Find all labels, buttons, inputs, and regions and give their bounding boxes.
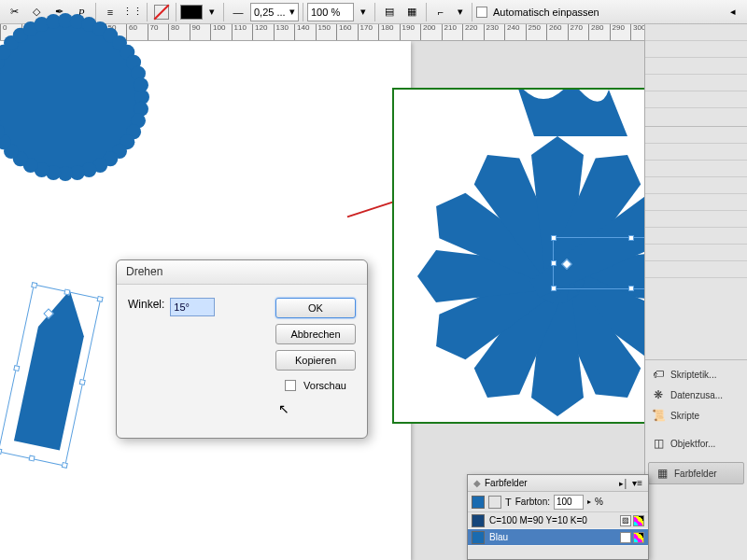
scalloped-circle-shape	[0, 4, 159, 190]
process-badge-icon: ▨	[620, 532, 631, 543]
petal-shape[interactable]	[9, 284, 93, 470]
tint-stepper-icon[interactable]: ▸	[587, 497, 591, 506]
tint-label: Farbton:	[515, 497, 550, 507]
cancel-button[interactable]: Abbrechen	[275, 324, 356, 344]
text-align-center-icon[interactable]: ▦	[402, 2, 422, 22]
object-icon: ◫	[651, 436, 666, 451]
corner-options-icon[interactable]: ⌐	[430, 2, 451, 22]
zoom-field[interactable]: 100 %	[307, 3, 354, 21]
swatches-panel: ◆ Farbfelder ▸│ ▾≡ T Farbton: 100 ▸ % C=…	[467, 474, 649, 560]
panel-item-data-merge[interactable]: ❋ Datenzusa...	[645, 385, 747, 405]
panel-menu-icon[interactable]: ◂	[723, 2, 743, 22]
panel-list: 🏷 Skriptetik... ❋ Datenzusa... 📜 Skripte…	[645, 360, 747, 489]
tint-input[interactable]: 100	[554, 495, 584, 510]
copy-button[interactable]: Kopieren	[275, 350, 356, 371]
zoom-value: 100 %	[311, 7, 340, 18]
dialog-title: Drehen	[117, 260, 367, 285]
center-anchor-icon	[561, 259, 571, 269]
swatch-row-selected[interactable]: Blau ▨	[468, 529, 648, 546]
angle-input[interactable]: 15°	[170, 298, 215, 316]
swatch-chip	[472, 531, 485, 544]
type-icon[interactable]: T	[505, 497, 512, 508]
stroke-style-icon[interactable]: —	[228, 2, 248, 22]
cmyk-badge-icon	[633, 515, 644, 526]
grid-icon: ▦	[655, 466, 669, 481]
angle-value: 15°	[174, 301, 190, 313]
right-panel-column: 🏷 Skriptetik... ❋ Datenzusa... 📜 Skripte…	[644, 24, 747, 560]
data-icon: ❋	[651, 387, 666, 402]
swatches-title: Farbfelder	[485, 478, 528, 488]
fill-stroke-icon[interactable]	[472, 496, 485, 509]
tint-unit: %	[595, 497, 603, 507]
panel-item-scripts[interactable]: 📜 Skripte	[645, 405, 747, 426]
svg-point-40	[134, 77, 148, 92]
process-badge-icon: ▨	[620, 515, 631, 526]
ok-button[interactable]: OK	[275, 298, 356, 318]
rotate-dialog: Drehen Winkel: 15° OK Abbrechen Kopieren…	[116, 259, 368, 439]
preview-checkbox[interactable]	[285, 380, 296, 391]
stroke-weight-value: 0,25 ...	[254, 7, 286, 18]
panel-menu-icon[interactable]: ▾≡	[632, 478, 642, 488]
swatch-name: Blau	[489, 532, 508, 542]
corner-dropdown-icon[interactable]: ▾	[453, 2, 468, 22]
panel-item-object-format[interactable]: ◫ Objektfor...	[645, 433, 747, 454]
tag-icon: 🏷	[651, 367, 666, 382]
panel-tabs-area[interactable]	[645, 24, 747, 127]
autofit-checkbox[interactable]	[476, 7, 487, 18]
preview-label: Vorschau	[303, 380, 346, 391]
swatches-header[interactable]: ◆ Farbfelder ▸│ ▾≡	[468, 475, 648, 492]
swatch-name: C=100 M=90 Y=10 K=0	[489, 515, 587, 525]
angle-label: Winkel:	[128, 298, 164, 311]
zoom-dropdown-icon[interactable]: ▾	[356, 2, 371, 22]
panel-item-swatches[interactable]: ▦ Farbfelder	[648, 462, 744, 484]
container-icon[interactable]	[488, 496, 501, 509]
swatch-chip	[472, 514, 485, 527]
script-icon: 📜	[651, 408, 666, 423]
stroke-weight-field[interactable]: 0,25 ...▾	[250, 3, 299, 21]
autofit-label: Automatisch einpassen	[493, 7, 599, 18]
panel-item-scripts-label[interactable]: 🏷 Skriptetik...	[645, 364, 747, 385]
fill-dropdown-icon[interactable]: ▾	[204, 2, 219, 22]
cmyk-badge-icon	[633, 532, 644, 543]
fill-swatch[interactable]	[180, 5, 203, 20]
text-align-left-icon[interactable]: ▤	[379, 2, 400, 22]
panel-collapse-icon[interactable]: ▸│	[619, 479, 629, 488]
swatches-toolbar: T Farbton: 100 ▸ %	[468, 492, 648, 512]
swatch-row[interactable]: C=100 M=90 Y=10 K=0 ▨	[468, 512, 648, 529]
